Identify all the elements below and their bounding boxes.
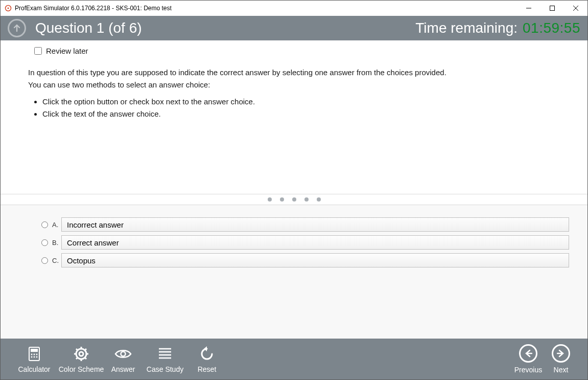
window-title: ProfExam Simulator 6.0.1706.2218 - SKS-0…: [15, 5, 172, 12]
grip-dot-icon: [280, 197, 284, 202]
color-scheme-button[interactable]: Color Scheme: [58, 341, 105, 377]
grip-dot-icon: [268, 197, 272, 202]
svg-point-12: [34, 356, 35, 358]
arrow-right-icon: [552, 344, 570, 363]
instruction-line: In question of this type you are suppose…: [28, 68, 560, 78]
svg-line-21: [85, 357, 86, 359]
window-close-button[interactable]: [564, 1, 587, 16]
answer-row: A. Incorrect answer: [19, 217, 569, 232]
svg-point-1: [8, 8, 9, 9]
previous-button[interactable]: Prevoius: [512, 344, 545, 374]
app-icon: [5, 5, 12, 12]
answer-choice-a[interactable]: Incorrect answer: [61, 217, 569, 232]
toolbar-label: Color Scheme: [59, 365, 104, 373]
grip-dot-icon: [292, 197, 296, 202]
bottom-toolbar: Calculator Color Scheme Answer: [1, 339, 587, 379]
svg-point-13: [36, 356, 38, 358]
svg-point-9: [34, 354, 35, 355]
instruction-bullet: Click the option button or check box nex…: [42, 97, 560, 107]
lines-icon: [158, 345, 172, 363]
answer-choice-b[interactable]: Correct answer: [61, 235, 569, 250]
scroll-up-button[interactable]: [8, 19, 26, 37]
question-header: Question 1 (of 6) Time remaining: 01:59:…: [1, 16, 587, 40]
case-study-button[interactable]: Case Study: [142, 341, 189, 377]
toolbar-label: Answer: [111, 365, 135, 373]
answer-radio-a[interactable]: [41, 221, 48, 228]
time-remaining-value: 01:59:55: [523, 20, 580, 36]
reset-button[interactable]: Reset: [189, 341, 225, 377]
answer-row: C. Octopus: [19, 253, 569, 267]
answer-radio-c[interactable]: [41, 257, 48, 264]
time-remaining-label: Time remaining:: [415, 20, 518, 36]
eye-icon: [114, 345, 132, 363]
answers-panel: A. Incorrect answer B. Correct answer C.…: [1, 205, 587, 339]
svg-line-20: [76, 349, 78, 350]
svg-point-11: [31, 356, 33, 358]
answer-letter: A.: [52, 221, 61, 229]
svg-point-24: [121, 352, 126, 356]
question-instructions: In question of this type you are suppose…: [28, 68, 560, 119]
answer-choice-c[interactable]: Octopus: [61, 253, 569, 267]
window-minimize-button[interactable]: [517, 1, 540, 16]
answer-letter: B.: [52, 239, 61, 247]
svg-point-8: [31, 354, 33, 355]
instruction-line: You can use two methods to select an ans…: [28, 80, 560, 90]
gear-icon: [73, 345, 89, 363]
toolbar-label: Calculator: [18, 365, 50, 373]
question-body: Review later In question of this type yo…: [1, 40, 587, 194]
svg-line-22: [85, 349, 86, 350]
answer-text: Octopus: [67, 256, 96, 265]
grip-dot-icon: [304, 197, 309, 202]
svg-rect-7: [31, 349, 38, 352]
answer-row: B. Correct answer: [19, 235, 569, 250]
next-button[interactable]: Next: [545, 344, 577, 374]
instruction-bullet: Click the text of the answer choice.: [42, 109, 560, 119]
calculator-button[interactable]: Calculator: [11, 341, 58, 377]
svg-line-5: [573, 6, 578, 11]
question-title: Question 1 (of 6): [35, 20, 142, 36]
answer-text: Correct answer: [67, 238, 119, 247]
answer-radio-b[interactable]: [41, 239, 48, 246]
review-later-label[interactable]: Review later: [46, 47, 88, 55]
answer-letter: C.: [52, 257, 61, 264]
toolbar-label: Case Study: [147, 365, 183, 373]
grip-dot-icon: [317, 197, 321, 202]
svg-point-10: [36, 354, 38, 355]
svg-point-15: [79, 352, 83, 356]
window-maximize-button[interactable]: [540, 1, 564, 16]
svg-line-23: [76, 357, 78, 359]
window-titlebar: ProfExam Simulator 6.0.1706.2218 - SKS-0…: [1, 1, 587, 16]
nav-label: Prevoius: [514, 366, 542, 374]
answer-text: Incorrect answer: [67, 220, 124, 229]
arrow-left-icon: [519, 344, 537, 363]
toolbar-label: Reset: [198, 365, 217, 373]
splitter-handle[interactable]: [1, 194, 587, 205]
reset-icon: [199, 345, 215, 363]
review-later-checkbox[interactable]: [34, 47, 42, 55]
calculator-icon: [27, 345, 42, 363]
svg-line-4: [573, 6, 578, 11]
nav-label: Next: [554, 366, 569, 374]
answer-button[interactable]: Answer: [105, 341, 142, 377]
svg-rect-3: [550, 6, 555, 11]
